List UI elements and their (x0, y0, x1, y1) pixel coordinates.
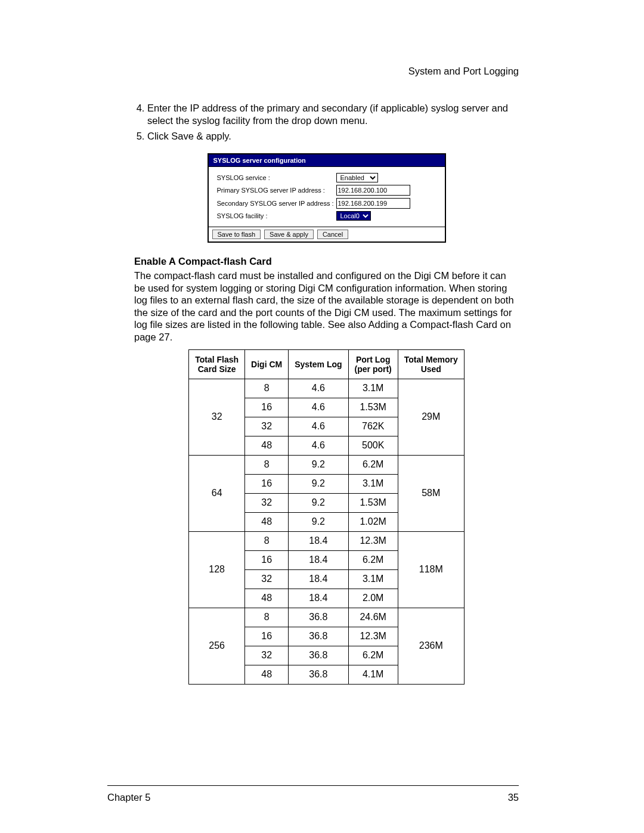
cell-system-log: 36.8 (289, 627, 348, 646)
save-apply-button[interactable]: Save & apply (264, 230, 314, 239)
cell-port-log: 6.2M (348, 550, 398, 569)
cell-digi-cm: 16 (245, 398, 289, 417)
syslog-service-label: SYSLOG service : (217, 174, 336, 181)
cell-port-log: 1.53M (348, 493, 398, 512)
cell-system-log: 4.6 (289, 436, 348, 455)
cell-system-log: 9.2 (289, 455, 348, 474)
cell-system-log: 9.2 (289, 474, 348, 493)
paragraph-cf: The compact-flash card must be installed… (134, 270, 519, 343)
cell-system-log: 4.6 (289, 379, 348, 398)
cell-card-size: 64 (189, 455, 245, 531)
table-row: 256836.824.6M236M (189, 608, 465, 627)
secondary-syslog-label: Secondary SYSLOG server IP address : (217, 200, 336, 207)
primary-syslog-label: Primary SYSLOG server IP address : (217, 187, 336, 194)
table-row: 3284.63.1M29M (189, 379, 465, 398)
subheading: Enable A Compact-flash Card (134, 256, 519, 267)
table-row: 6489.26.2M58M (189, 455, 465, 474)
cell-port-log: 4.1M (348, 665, 398, 684)
save-to-flash-button[interactable]: Save to flash (212, 230, 261, 239)
th-total-mem: Total MemoryUsed (398, 349, 464, 379)
cell-total-memory: 29M (398, 379, 464, 455)
cell-digi-cm: 48 (245, 665, 289, 684)
cell-digi-cm: 48 (245, 589, 289, 608)
cell-system-log: 9.2 (289, 493, 348, 512)
step-5-command: Save & apply (171, 131, 228, 141)
cell-digi-cm: 48 (245, 512, 289, 531)
cell-port-log: 3.1M (348, 474, 398, 493)
th-port-log: Port Log(per port) (348, 349, 398, 379)
cancel-button[interactable]: Cancel (317, 230, 348, 239)
cell-system-log: 18.4 (289, 569, 348, 589)
cell-digi-cm: 8 (245, 608, 289, 627)
cell-total-memory: 118M (398, 531, 464, 608)
step-5-prefix: Click (147, 131, 171, 141)
syslog-facility-label: SYSLOG facility : (217, 212, 336, 219)
th-digi-cm: Digi CM (245, 349, 289, 379)
step-4: Enter the IP address of the primary and … (147, 102, 519, 126)
flash-card-table: Total FlashCard Size Digi CM System Log … (188, 349, 465, 685)
cell-system-log: 18.4 (289, 531, 348, 550)
cell-system-log: 18.4 (289, 550, 348, 569)
cell-card-size: 256 (189, 608, 245, 684)
cell-port-log: 3.1M (348, 569, 398, 589)
cell-digi-cm: 8 (245, 531, 289, 550)
cell-port-log: 12.3M (348, 627, 398, 646)
secondary-syslog-input[interactable] (336, 198, 410, 209)
cell-port-log: 24.6M (348, 608, 398, 627)
cell-port-log: 3.1M (348, 379, 398, 398)
cell-system-log: 9.2 (289, 512, 348, 531)
cell-port-log: 500K (348, 436, 398, 455)
cell-port-log: 6.2M (348, 455, 398, 474)
chapter-label: Chapter 5 (107, 792, 150, 803)
cell-port-log: 762K (348, 417, 398, 436)
cell-digi-cm: 16 (245, 474, 289, 493)
cell-digi-cm: 8 (245, 379, 289, 398)
primary-syslog-input[interactable] (336, 185, 410, 196)
section-header: System and Port Logging (134, 66, 519, 77)
cell-digi-cm: 16 (245, 627, 289, 646)
syslog-config-panel: SYSLOG server configuration SYSLOG servi… (208, 153, 446, 243)
cell-port-log: 1.02M (348, 512, 398, 531)
cell-digi-cm: 8 (245, 455, 289, 474)
cell-total-memory: 236M (398, 608, 464, 684)
cell-total-memory: 58M (398, 455, 464, 531)
cell-digi-cm: 48 (245, 436, 289, 455)
cell-port-log: 6.2M (348, 646, 398, 665)
cell-card-size: 128 (189, 531, 245, 608)
instruction-list: Enter the IP address of the primary and … (134, 102, 519, 143)
cell-port-log: 2.0M (348, 589, 398, 608)
cell-card-size: 32 (189, 379, 245, 455)
cell-system-log: 18.4 (289, 589, 348, 608)
table-row: 128818.412.3M118M (189, 531, 465, 550)
cell-system-log: 36.8 (289, 608, 348, 627)
page-number: 35 (508, 792, 519, 803)
cell-digi-cm: 32 (245, 569, 289, 589)
cell-system-log: 36.8 (289, 646, 348, 665)
cell-digi-cm: 32 (245, 646, 289, 665)
cell-system-log: 36.8 (289, 665, 348, 684)
syslog-service-select[interactable]: Enabled (336, 173, 378, 182)
cell-digi-cm: 16 (245, 550, 289, 569)
th-card-size: Total FlashCard Size (189, 349, 245, 379)
cell-system-log: 4.6 (289, 398, 348, 417)
th-system-log: System Log (289, 349, 348, 379)
cell-system-log: 4.6 (289, 417, 348, 436)
step-5: Click Save & apply. (147, 130, 519, 143)
cell-digi-cm: 32 (245, 493, 289, 512)
cell-digi-cm: 32 (245, 417, 289, 436)
cell-port-log: 1.53M (348, 398, 398, 417)
syslog-panel-title: SYSLOG server configuration (209, 154, 445, 167)
cell-port-log: 12.3M (348, 531, 398, 550)
syslog-facility-select[interactable]: Local0 (336, 211, 371, 221)
